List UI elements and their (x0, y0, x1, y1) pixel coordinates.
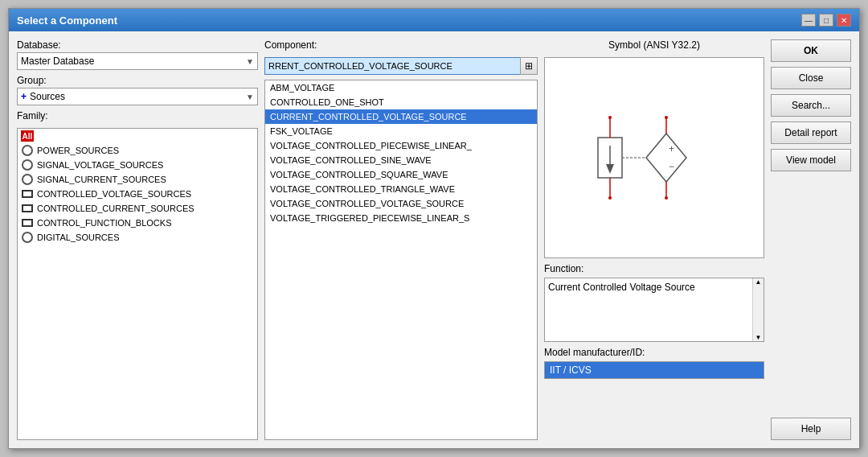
family-item-label: SIGNAL_VOLTAGE_SOURCES (37, 160, 163, 170)
component-item[interactable]: VOLTAGE_TRIGGERED_PIECEWISE_LINEAR_S (265, 211, 537, 225)
function-area: Function: Current Controlled Voltage Sou… (544, 263, 764, 342)
family-item[interactable]: DIGITAL_SOURCES (18, 230, 257, 245)
maximize-button[interactable]: □ (819, 14, 833, 27)
window-title: Select a Component (17, 14, 117, 27)
component-item[interactable]: CONTROLLED_ONE_SHOT (265, 95, 537, 109)
search-button[interactable]: Search... (771, 94, 851, 117)
function-label: Function: (544, 263, 764, 274)
component-symbol-svg: + − (574, 93, 735, 222)
model-area: Model manufacturer/ID: IIT / ICVS (544, 347, 764, 379)
function-scrollbar[interactable]: ▲ ▼ (752, 278, 764, 341)
function-box: Current Controlled Voltage Source ▲ ▼ (544, 278, 764, 342)
family-item-label: POWER_SOURCES (37, 146, 119, 155)
component-input[interactable]: RRENT_CONTROLLED_VOLTAGE_SOURCE (264, 57, 520, 75)
component-item[interactable]: VOLTAGE_CONTROLLED_SQUARE_WAVE (265, 167, 537, 182)
database-dropdown-arrow: ▼ (246, 57, 254, 66)
component-label: Component: (264, 39, 317, 51)
left-panel: Database: Master Database ▼ Group: + Sou… (17, 39, 258, 440)
svg-point-6 (608, 196, 612, 200)
family-item[interactable]: CONTROLLED_CURRENT_SOURCES (18, 201, 257, 216)
component-header: Component: (264, 39, 538, 52)
component-list: ABM_VOLTAGECONTROLLED_ONE_SHOTCURRENT_CO… (264, 80, 538, 440)
svg-point-4 (608, 116, 612, 119)
svg-point-11 (665, 116, 668, 119)
database-value: Master Database (21, 56, 94, 67)
family-item-label: CONTROLLED_CURRENT_SOURCES (37, 204, 194, 213)
group-dropdown[interactable]: + Sources ▼ (17, 88, 258, 105)
title-bar: Select a Component — □ ✕ (9, 9, 859, 31)
component-item[interactable]: VOLTAGE_CONTROLLED_VOLTAGE_SOURCE (265, 196, 537, 211)
minimize-button[interactable]: — (801, 14, 816, 27)
component-item[interactable]: FSK_VOLTAGE (265, 124, 537, 138)
family-item[interactable]: All (18, 129, 257, 143)
svg-text:+: + (669, 143, 674, 154)
model-value-box: IIT / ICVS (544, 361, 764, 379)
group-section: Group: + Sources ▼ (17, 75, 258, 105)
symbol-label: Symbol (ANSI Y32.2) (544, 39, 764, 51)
title-bar-buttons: — □ ✕ (801, 14, 851, 27)
select-component-window: Select a Component — □ ✕ Database: Maste… (8, 8, 860, 449)
buttons-panel: OK Close Search... Detail report View mo… (771, 39, 851, 440)
close-window-button[interactable]: ✕ (837, 14, 851, 27)
component-input-row: RRENT_CONTROLLED_VOLTAGE_SOURCE ⊞ (264, 57, 538, 75)
svg-text:−: − (669, 161, 674, 172)
database-dropdown[interactable]: Master Database ▼ (17, 52, 258, 70)
group-label: Group: (17, 75, 258, 86)
database-section: Database: Master Database ▼ (17, 39, 258, 70)
family-item[interactable]: SIGNAL_CURRENT_SOURCES (18, 172, 257, 187)
family-item[interactable]: POWER_SOURCES (18, 143, 257, 158)
family-item[interactable]: CONTROLLED_VOLTAGE_SOURCES (18, 187, 257, 201)
svg-marker-7 (646, 134, 686, 182)
model-label: Model manufacturer/ID: (544, 347, 764, 358)
family-item-label: SIGNAL_CURRENT_SOURCES (37, 175, 166, 184)
ok-button[interactable]: OK (771, 39, 851, 62)
family-item-label: CONTROL_FUNCTION_BLOCKS (37, 218, 171, 228)
component-filter-button[interactable]: ⊞ (520, 57, 538, 75)
middle-panel: Component: RRENT_CONTROLLED_VOLTAGE_SOUR… (264, 39, 538, 440)
database-label: Database: (17, 39, 258, 51)
close-button[interactable]: Close (771, 67, 851, 89)
svg-point-13 (665, 196, 668, 200)
component-item[interactable]: VOLTAGE_CONTROLLED_SINE_WAVE (265, 153, 537, 167)
right-panel: Symbol (ANSI Y32.2) (544, 39, 764, 440)
model-value: IIT / ICVS (550, 364, 592, 376)
group-dropdown-arrow: ▼ (246, 93, 254, 101)
component-item[interactable]: VOLTAGE_CONTROLLED_PIECEWISE_LINEAR_ (265, 138, 537, 153)
window-body: Database: Master Database ▼ Group: + Sou… (9, 31, 859, 448)
group-value: Sources (30, 91, 65, 102)
component-item[interactable]: VOLTAGE_CONTROLLED_TRIANGLE_WAVE (265, 182, 537, 196)
group-expand-icon: + (21, 91, 27, 102)
family-list: AllPOWER_SOURCESSIGNAL_VOLTAGE_SOURCESSI… (17, 128, 258, 440)
detail-report-button[interactable]: Detail report (771, 121, 851, 144)
function-value: Current Controlled Voltage Source (548, 282, 695, 293)
button-spacer (771, 176, 851, 413)
view-model-button[interactable]: View model (771, 149, 851, 171)
symbol-box: + − (544, 57, 764, 258)
family-item[interactable]: SIGNAL_VOLTAGE_SOURCES (18, 158, 257, 172)
family-label: Family: (17, 110, 258, 121)
family-item[interactable]: CONTROL_FUNCTION_BLOCKS (18, 216, 257, 230)
component-item[interactable]: CURRENT_CONTROLLED_VOLTAGE_SOURCE (265, 109, 537, 124)
family-item-label: DIGITAL_SOURCES (37, 233, 120, 242)
component-item[interactable]: ABM_VOLTAGE (265, 80, 537, 95)
help-button[interactable]: Help (771, 418, 851, 440)
family-item-label: CONTROLLED_VOLTAGE_SOURCES (37, 189, 191, 199)
